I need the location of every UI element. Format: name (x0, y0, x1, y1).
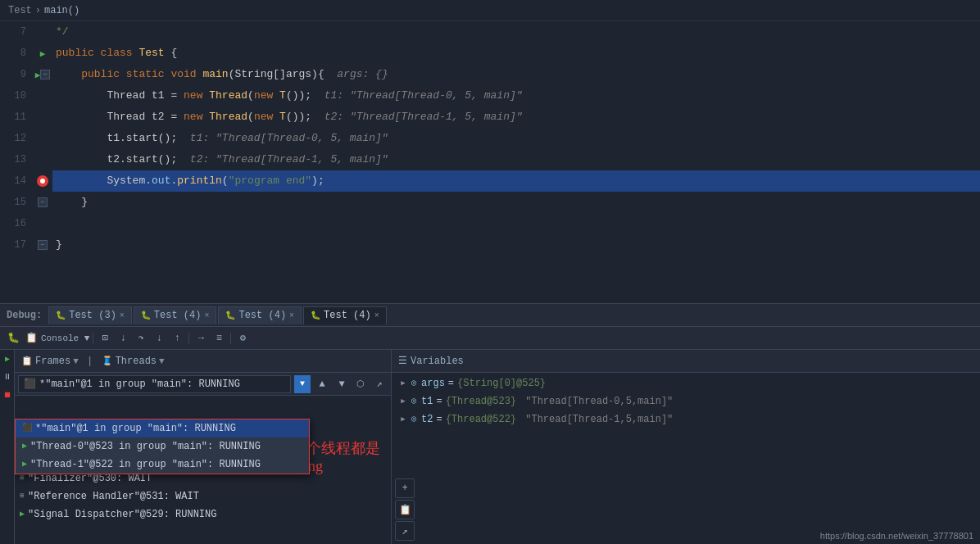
jump-to-source-btn[interactable]: ↗ (395, 521, 415, 541)
frames-label: Frames (35, 356, 70, 367)
code-line-8: public class Test { (52, 43, 980, 64)
threads-label: Threads (116, 356, 157, 367)
thread-down-btn[interactable]: ▼ (333, 376, 350, 392)
thread-selector-input: ⬛ *"main"@1 in group "main": RUNNING (18, 375, 291, 393)
show-execution-btn[interactable]: ↓ (115, 330, 131, 347)
close-tab-4[interactable]: × (374, 311, 379, 320)
thread-ref-handler[interactable]: ≡ "Reference Handler"@531: WAIT (15, 487, 391, 505)
tab-icon-2: 🐛 (141, 311, 151, 320)
var-args[interactable]: ▶ ◎ args = {String[0]@525} (392, 374, 980, 392)
tab-icon-4: 🐛 (311, 311, 320, 320)
debugger-btn[interactable]: 🐛 (5, 330, 21, 347)
code-line-17: } (52, 234, 980, 256)
settings-btn[interactable]: ⚙ (234, 330, 251, 347)
pause-btn[interactable]: ⏸ (0, 368, 15, 386)
evaluate-btn[interactable]: ≡ (211, 330, 227, 347)
expand-t2[interactable]: ▶ (398, 415, 408, 424)
debug-tab-2[interactable]: 🐛 Test (4) × (134, 306, 217, 324)
code-line-14: System.out.println("program end"); (52, 170, 980, 192)
code-line-13: t2.start(); t2: "Thread[Thread-1, 5, mai… (52, 149, 980, 170)
debug-tab-1[interactable]: 🐛 Test (3) × (48, 306, 132, 324)
debug-label: Debug: (7, 310, 42, 321)
console-btn[interactable]: 📋 (23, 330, 39, 347)
code-lines: */ public class Test { public static voi… (52, 21, 980, 303)
step-into-btn[interactable]: ↓ (151, 330, 167, 347)
breadcrumb-class: Test (8, 5, 32, 16)
add-watch-btn[interactable]: + (395, 478, 415, 498)
code-line-11: Thread t2 = new Thread(new T()); t2: "Th… (52, 107, 980, 128)
panel-header: 📋 Frames ▼ | 🧵 Threads ▼ (15, 350, 391, 373)
tab-icon-1: 🐛 (56, 311, 66, 320)
thread-dropdown-list: ⬛ *"main"@1 in group "main": RUNNING ▶ "… (15, 419, 310, 474)
code-line-9: public static void main(String[]args){ a… (52, 64, 980, 85)
thread-up-btn[interactable]: ▲ (314, 376, 330, 392)
thread-dropdown-button[interactable]: ▼ (294, 375, 311, 393)
line-numbers: 7 8 9 10 11 12 13 14 15 16 17 (0, 21, 33, 303)
console-label[interactable]: Console ▼ (41, 333, 89, 343)
dropdown-item-thread0[interactable]: ▶ "Thread-0"@523 in group "main": RUNNIN… (16, 437, 309, 456)
var-t2[interactable]: ▶ ◎ t2 = {Thread@522} "Thread[Thread-1,5… (392, 410, 980, 428)
run-arrow-9[interactable]: ▶ (35, 70, 41, 80)
panel-content: ⬛ *"main"@1 in group "main": RUNNING ▶ "… (15, 396, 391, 544)
debug-tab-3[interactable]: 🐛 Test (4) × (218, 306, 302, 324)
close-tab-2[interactable]: × (204, 311, 209, 320)
watermark: https://blog.csdn.net/weixin_37778801 (820, 531, 973, 541)
thread-export-btn[interactable]: ↗ (371, 376, 388, 392)
code-line-15: } (52, 192, 980, 213)
gutter: ▶ ▶− − − (33, 21, 52, 303)
frames-tab[interactable]: 📋 Frames ▼ (21, 356, 79, 367)
svg-point-0 (40, 179, 45, 184)
variables-icon: ☰ (398, 355, 407, 367)
code-view: 7 8 9 10 11 12 13 14 15 16 17 ▶ ▶− − − (0, 21, 980, 303)
restore-layout-btn[interactable]: ⊡ (97, 330, 113, 347)
debug-toolbar: 🐛 📋 Console ▼ ⊡ ↓ ↷ ↓ ↑ → ≡ ⚙ (0, 327, 980, 350)
filter-btn[interactable]: ⬡ (353, 377, 368, 392)
side-buttons: ▶ ⏸ ⏹ (0, 350, 15, 544)
dropdown-item-thread1[interactable]: ▶ "Thread-1"@522 in group "main": RUNNIN… (16, 456, 309, 474)
copy-value-btn[interactable]: 📋 (395, 500, 415, 519)
run-arrow-8[interactable]: ▶ (40, 48, 46, 59)
expand-args[interactable]: ▶ (398, 379, 408, 388)
code-line-10: Thread t1 = new Thread(new T()); t1: "Th… (52, 85, 980, 107)
breakpoint-14[interactable] (37, 175, 48, 187)
threads-icon: 🧵 (102, 356, 113, 366)
code-line-7: */ (52, 21, 980, 43)
variables-title: Variables (411, 356, 464, 367)
close-tab-1[interactable]: × (120, 311, 125, 320)
step-out-btn[interactable]: ↑ (169, 330, 185, 347)
variables-list: ▶ ◎ args = {String[0]@525} ▶ ◎ t1 = {Thr… (392, 373, 980, 475)
thread-ref-label: "Reference Handler"@531: WAIT (28, 487, 199, 505)
thread-signal-label: "Signal Dispatcher"@529: RUNNING (28, 505, 216, 524)
code-line-16 (52, 213, 980, 234)
right-panel: ☰ Variables ▶ ◎ args = {String[0]@525} ▶… (392, 350, 980, 544)
close-tab-3[interactable]: × (289, 311, 294, 320)
run-to-cursor-btn[interactable]: → (193, 330, 209, 347)
frames-icon: 📋 (21, 356, 33, 366)
breadcrumb-method: main() (44, 5, 79, 16)
editor-area: Test › main() 7 8 9 10 11 12 13 14 15 16… (0, 0, 980, 303)
thread-signal[interactable]: ▶ "Signal Dispatcher"@529: RUNNING (15, 505, 391, 524)
variables-header: ☰ Variables (392, 350, 980, 373)
code-line-12: t1.start(); t1: "Thread[Thread-0, 5, mai… (52, 128, 980, 149)
breadcrumb: Test › main() (0, 0, 980, 21)
tab-icon-3: 🐛 (225, 311, 235, 320)
expand-t1[interactable]: ▶ (398, 397, 408, 406)
debug-content: ▶ ⏸ ⏹ 📋 Frames ▼ | 🧵 Threads ▼ (0, 350, 980, 544)
step-over-btn[interactable]: ↷ (133, 330, 149, 347)
dropdown-item-main[interactable]: ⬛ *"main"@1 in group "main": RUNNING (16, 419, 309, 437)
thread-selector-bar: ⬛ *"main"@1 in group "main": RUNNING ▼ ▲… (15, 373, 391, 396)
debug-tab-4[interactable]: 🐛 Test (4) × (303, 306, 387, 324)
left-panel: 📋 Frames ▼ | 🧵 Threads ▼ ⬛ *"main"@1 in … (15, 350, 392, 544)
stop-btn[interactable]: ⏹ (0, 386, 15, 404)
current-thread-text: *"main"@1 in group "main": RUNNING (39, 379, 240, 390)
threads-tab[interactable]: 🧵 Threads ▼ (102, 356, 165, 367)
resume-btn[interactable]: ▶ (0, 350, 15, 368)
var-t1[interactable]: ▶ ◎ t1 = {Thread@523} "Thread[Thread-0,5… (392, 392, 980, 410)
debug-panel: Debug: 🐛 Test (3) × 🐛 Test (4) × 🐛 Test … (0, 303, 980, 544)
debug-tabs: Debug: 🐛 Test (3) × 🐛 Test (4) × 🐛 Test … (0, 304, 980, 327)
